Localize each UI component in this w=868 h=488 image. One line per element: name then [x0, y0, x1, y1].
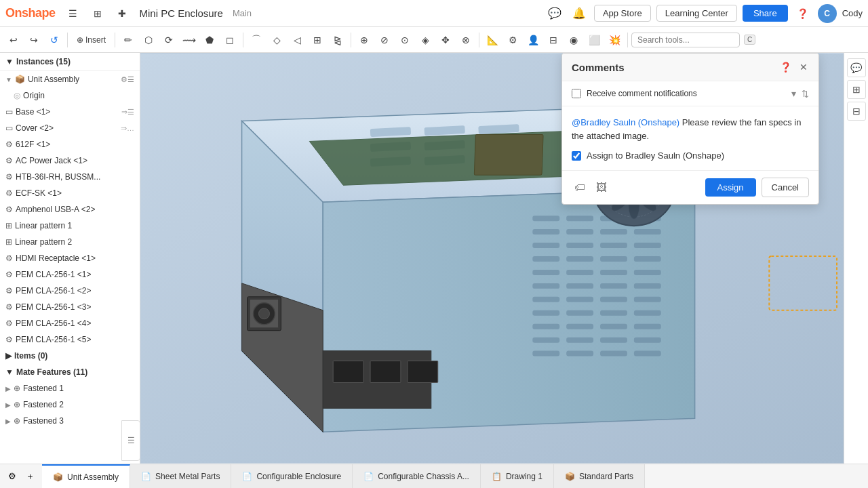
onshape-logo[interactable]: Onshape	[5, 6, 56, 20]
grid-icon[interactable]: ⊟	[544, 30, 563, 49]
search-tools-input[interactable]	[631, 33, 740, 47]
view-options-icon[interactable]: ⊞	[88, 4, 107, 23]
undo-icon[interactable]: ↩	[4, 30, 23, 49]
tree-item-pem5[interactable]: ⚙ PEM CLA-256-1 <5>	[0, 331, 140, 348]
tree-item-base[interactable]: ▭ Base <1> ⇒☰	[0, 104, 140, 120]
tree-item-pem3[interactable]: ⚙ PEM CLA-256-1 <3>	[0, 299, 140, 315]
plus-icon[interactable]: ✚	[113, 4, 132, 23]
sort-icon[interactable]: ⇅	[802, 89, 809, 99]
bell-icon[interactable]: 🔔	[570, 4, 589, 23]
tree-item-amphenol[interactable]: ⚙ Amphenol USB-A <2>	[0, 201, 140, 218]
mate-features-section-header[interactable]: ▼ Mate Features (11)	[0, 364, 140, 380]
tree-item-linear2[interactable]: ⊞ Linear pattern 2	[0, 234, 140, 250]
chat-icon[interactable]: 💬	[545, 4, 564, 23]
app-store-button[interactable]: App Store	[594, 5, 651, 22]
tree-item-linear1[interactable]: ⊞ Linear pattern 1	[0, 218, 140, 234]
tree-item-cover[interactable]: ▭ Cover <2> ⇒…	[0, 120, 140, 136]
boolean-icon[interactable]: ⊕	[355, 30, 374, 49]
viewport[interactable]: Comments ❓ ✕ Receive comment notificatio…	[140, 53, 844, 464]
comments-panel: Comments ❓ ✕ Receive comment notificatio…	[561, 53, 819, 205]
share-button[interactable]: Share	[743, 5, 788, 22]
right-panel-comments-icon[interactable]: 💬	[847, 58, 866, 77]
explode-icon[interactable]: 💥	[605, 30, 624, 49]
svg-rect-39	[634, 243, 661, 248]
tab-configurable-chassis[interactable]: 📄 Configurable Chassis A...	[353, 464, 481, 489]
tree-item-hdmi[interactable]: ⚙ HDMI Receptacle <1>	[0, 250, 140, 266]
items-section-header[interactable]: ▶ Items (0)	[0, 348, 140, 364]
image-icon[interactable]: 🖼	[593, 179, 610, 197]
mirror-icon[interactable]: ⧎	[328, 30, 347, 49]
fillet-icon[interactable]: ⌒	[247, 30, 266, 49]
tree-item-unit-assembly[interactable]: ▼ 📦 Unit Assembly ⚙☰	[0, 71, 140, 87]
svg-rect-24	[566, 338, 593, 343]
hamburger-icon[interactable]: ☰	[64, 4, 83, 23]
draft-icon[interactable]: ◁	[288, 30, 307, 49]
cancel-button[interactable]: Cancel	[762, 178, 809, 197]
tree-item-fastened1[interactable]: ▶ ⊕ Fastened 1	[0, 380, 140, 396]
redo-icon[interactable]: ↪	[24, 30, 43, 49]
sketch-icon[interactable]: ✏	[119, 30, 138, 49]
tab-sheet-metal-parts[interactable]: 📄 Sheet Metal Parts	[130, 464, 231, 489]
user-settings-icon[interactable]: 👤	[524, 30, 542, 49]
tree-item-pem1[interactable]: ⚙ PEM CLA-256-1 <1>	[0, 266, 140, 283]
sidebar-collapse-btn[interactable]: ☰	[121, 420, 140, 461]
tree-item-fastened3[interactable]: ▶ ⊕ Fastened 3	[0, 413, 140, 429]
tree-item-pem2[interactable]: ⚙ PEM CLA-256-1 <2>	[0, 283, 140, 299]
revolve-icon[interactable]: ⟳	[159, 30, 178, 49]
comments-title: Comments	[572, 62, 778, 73]
tab-settings-icon[interactable]: ⚙	[4, 468, 20, 485]
section-view-icon[interactable]: ⬜	[585, 30, 604, 49]
tree-item-label: Base <1>	[16, 107, 50, 117]
tab-drawing-1[interactable]: 📋 Drawing 1	[481, 464, 554, 489]
render-icon[interactable]: ◉	[564, 30, 583, 49]
measure-icon[interactable]: 📐	[483, 30, 502, 49]
move-icon[interactable]: ✥	[436, 30, 455, 49]
settings-icon[interactable]: ⚙	[503, 30, 522, 49]
tree-item-pem4[interactable]: ⚙ PEM CLA-256-1 <4>	[0, 315, 140, 331]
assign-row: Assign to Bradley Sauln (Onshape)	[572, 150, 809, 161]
refresh-icon[interactable]: ↺	[45, 30, 64, 49]
tab-unit-assembly[interactable]: 📦 Unit Assembly	[42, 464, 130, 489]
mate-expand-icon: ▼	[5, 367, 14, 377]
comments-close-icon[interactable]: ✕	[798, 60, 809, 74]
tree-item-label: AC Power Jack <1>	[16, 156, 87, 165]
tag-icon[interactable]: 🏷	[572, 179, 588, 197]
chamfer-icon[interactable]: ◇	[267, 30, 286, 49]
tab-configurable-enclosure[interactable]: 📄 Configurable Enclosure	[231, 464, 353, 489]
comments-help-icon[interactable]: ❓	[778, 60, 793, 74]
right-panel-grid-icon[interactable]: ⊞	[847, 80, 866, 99]
split-icon[interactable]: ⊘	[375, 30, 394, 49]
tree-item-label: ECF-SK <1>	[16, 188, 62, 198]
tree-item-label: HDMI Receptacle <1>	[16, 253, 96, 263]
shell-icon[interactable]: ◻	[220, 30, 239, 49]
avatar[interactable]: C	[818, 4, 837, 23]
assign-button[interactable]: Assign	[705, 178, 756, 197]
svg-rect-30	[600, 270, 627, 275]
tab-add-icon[interactable]: ＋	[22, 468, 38, 485]
tree-item-612f[interactable]: ⚙ 612F <1>	[0, 136, 140, 152]
part-icon: ⚙	[5, 172, 13, 182]
insert-button[interactable]: ⊕ Insert	[71, 30, 111, 49]
mate-icon[interactable]: ⊗	[456, 30, 475, 49]
tree-item-fastened2[interactable]: ▶ ⊕ Fastened 2	[0, 396, 140, 413]
right-panel-list-icon[interactable]: ⊟	[847, 102, 866, 121]
learning-center-button[interactable]: Learning Center	[656, 5, 737, 22]
loft-icon[interactable]: ⬟	[200, 30, 219, 49]
pattern-icon[interactable]: ⊞	[308, 30, 327, 49]
offset-icon[interactable]: ⊙	[395, 30, 414, 49]
notify-checkbox[interactable]	[572, 89, 581, 98]
tree-item-origin[interactable]: ◎ Origin	[0, 87, 140, 104]
assign-checkbox[interactable]	[572, 151, 581, 161]
filter-icon[interactable]: ▾	[791, 88, 796, 99]
tree-item-htb[interactable]: ⚙ HTB-36I-RH, BUSSM...	[0, 169, 140, 185]
user-name[interactable]: Cody	[842, 8, 863, 18]
tree-item-ecf[interactable]: ⚙ ECF-SK <1>	[0, 185, 140, 201]
help-icon[interactable]: ❓	[793, 4, 812, 23]
sweep-icon[interactable]: ⟿	[180, 30, 199, 49]
svg-rect-32	[600, 297, 627, 302]
tab-standard-parts[interactable]: 📦 Standard Parts	[554, 464, 645, 489]
thicken-icon[interactable]: ◈	[416, 30, 435, 49]
search-shortcut-badge: C	[744, 35, 755, 45]
extrude-icon[interactable]: ⬡	[139, 30, 158, 49]
tree-item-acpower[interactable]: ⚙ AC Power Jack <1>	[0, 152, 140, 169]
